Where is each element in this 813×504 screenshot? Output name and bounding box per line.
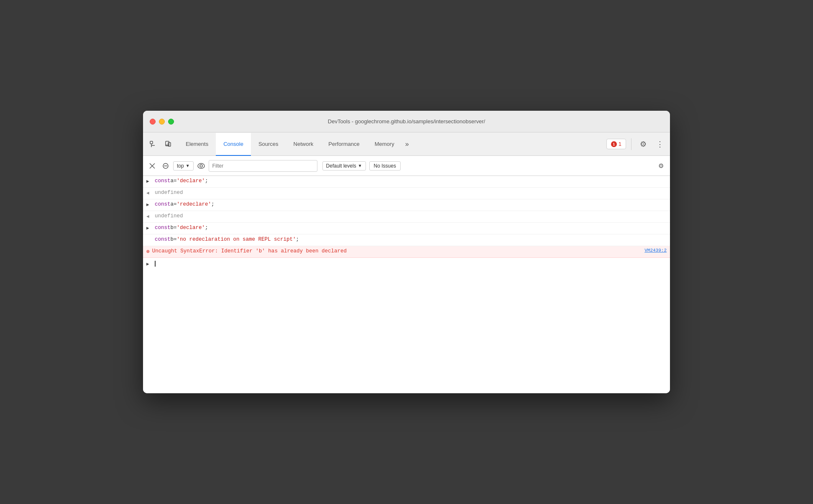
no-issues-button[interactable]: No Issues <box>369 161 401 171</box>
console-line: ▶ const a = 'declare'; <box>143 176 670 188</box>
stop-button[interactable] <box>160 160 171 172</box>
expand-arrow[interactable]: ▶ <box>146 201 151 209</box>
maximize-button[interactable] <box>168 119 174 125</box>
spacer-arrow: ▶ <box>146 237 151 244</box>
svg-rect-0 <box>150 141 153 144</box>
console-line: ▶ const a = 'redeclare'; <box>143 199 670 211</box>
close-button[interactable] <box>150 119 156 125</box>
tab-memory[interactable]: Memory <box>367 133 402 156</box>
divider <box>631 138 631 150</box>
line-content: const a = 'redeclare'; <box>155 200 667 209</box>
tab-right-actions: 1 1 ⚙ ⋮ <box>606 137 667 151</box>
error-source-link[interactable]: VM2439:2 <box>638 247 667 255</box>
devtools-tabs-bar: Elements Console Sources Network Perform… <box>143 132 670 156</box>
settings-button[interactable]: ⚙ <box>637 137 650 151</box>
console-output: ▶ const a = 'declare'; ◀ undefined ▶ con… <box>143 176 670 393</box>
svg-point-10 <box>198 163 205 168</box>
tab-performance[interactable]: Performance <box>321 133 367 156</box>
tabs-list: Elements Console Sources Network Perform… <box>178 132 412 155</box>
expand-arrow[interactable]: ▶ <box>146 225 151 232</box>
tab-console[interactable]: Console <box>216 133 251 156</box>
console-line: ▶ const b = 'no redeclaration on same RE… <box>143 234 670 246</box>
input-prompt-arrow: ▶ <box>146 261 151 268</box>
error-icon: ⊗ <box>146 248 150 257</box>
device-toggle-button[interactable] <box>161 137 175 151</box>
console-toolbar: top ▼ Default levels ▼ No Issues ⚙ <box>143 156 670 176</box>
return-arrow: ◀ <box>146 213 151 221</box>
context-selector[interactable]: top ▼ <box>173 161 194 171</box>
filter-input[interactable] <box>209 160 317 172</box>
line-content: const b = 'declare'; <box>155 224 667 232</box>
minimize-button[interactable] <box>159 119 165 125</box>
eye-button[interactable] <box>195 160 207 172</box>
expand-arrow[interactable]: ▶ <box>146 178 151 186</box>
tab-icon-group <box>146 137 175 151</box>
error-message: Uncaught SyntaxError: Identifier 'b' has… <box>152 247 347 255</box>
error-dot: 1 <box>611 141 617 147</box>
more-tabs-button[interactable]: » <box>402 132 412 155</box>
more-options-button[interactable]: ⋮ <box>653 137 667 151</box>
log-levels-button[interactable]: Default levels ▼ <box>322 161 366 171</box>
title-bar: DevTools - googlechrome.github.io/sample… <box>143 111 670 132</box>
traffic-lights <box>150 119 174 125</box>
devtools-window: DevTools - googlechrome.github.io/sample… <box>143 111 670 393</box>
error-count-badge[interactable]: 1 1 <box>606 139 626 149</box>
console-input-line: ▶ <box>143 258 670 270</box>
tab-sources[interactable]: Sources <box>251 133 286 156</box>
console-error-line: ⊗ Uncaught SyntaxError: Identifier 'b' h… <box>143 246 670 258</box>
clear-console-button[interactable] <box>146 160 158 172</box>
tab-elements[interactable]: Elements <box>178 133 216 156</box>
console-line: ◀ undefined <box>143 211 670 223</box>
line-content: const a = 'declare'; <box>155 177 667 185</box>
line-content: const b = 'no redeclaration on same REPL… <box>155 235 667 244</box>
console-line: ◀ undefined <box>143 188 670 199</box>
window-title: DevTools - googlechrome.github.io/sample… <box>328 118 485 125</box>
console-settings-button[interactable]: ⚙ <box>655 160 667 172</box>
return-arrow: ◀ <box>146 190 151 197</box>
console-line: ▶ const b = 'declare'; <box>143 223 670 234</box>
inspect-element-button[interactable] <box>146 137 160 151</box>
svg-point-11 <box>200 165 202 167</box>
tab-network[interactable]: Network <box>286 133 321 156</box>
cursor <box>155 261 156 267</box>
